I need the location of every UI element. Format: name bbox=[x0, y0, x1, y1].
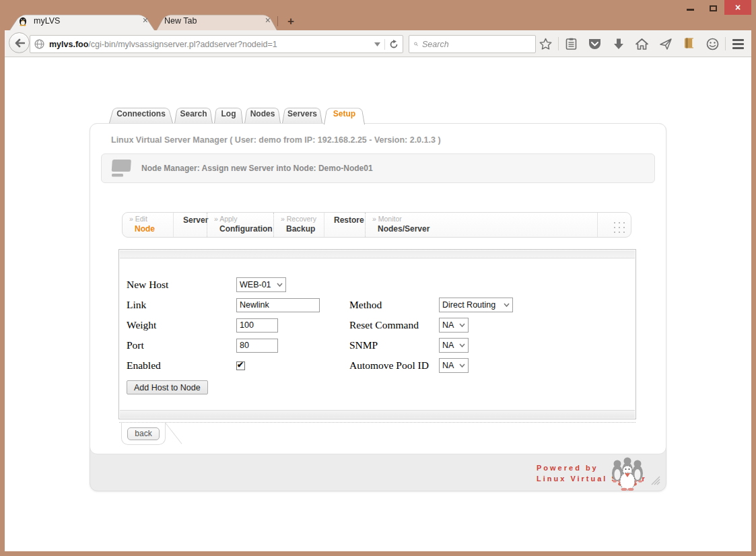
automove-pool-id-select[interactable]: NA bbox=[439, 358, 469, 373]
drag-handle-icon[interactable] bbox=[614, 222, 625, 233]
link-label: Link bbox=[127, 299, 236, 311]
toolbar-item-node[interactable]: Node bbox=[129, 223, 166, 235]
back-nav-button[interactable] bbox=[9, 32, 30, 53]
new-tab-button[interactable]: + bbox=[283, 14, 299, 29]
browser-tab-newtab[interactable]: New Tab × bbox=[156, 11, 277, 30]
monitor-icon bbox=[110, 159, 133, 178]
minimize-button[interactable] bbox=[679, 0, 701, 15]
toolbar-separator bbox=[725, 37, 726, 50]
select-value: WEB-01 bbox=[240, 280, 273, 289]
resize-handle-icon[interactable] bbox=[648, 473, 661, 486]
maximize-icon bbox=[710, 5, 717, 11]
group-label: » Edit bbox=[129, 215, 166, 223]
maximize-button[interactable] bbox=[701, 0, 724, 15]
tab-connections[interactable]: Connections bbox=[109, 105, 173, 123]
enabled-checkbox[interactable]: ✔ bbox=[236, 361, 245, 370]
link-input[interactable] bbox=[236, 298, 320, 312]
tab-nodes[interactable]: Nodes bbox=[244, 105, 281, 123]
method-select[interactable]: Direct Routing bbox=[439, 298, 513, 312]
url-bar[interactable]: mylvs.foo/cgi-bin/mylvsassignserver.pl?a… bbox=[30, 35, 403, 53]
add-host-to-node-button[interactable]: Add Host to Node bbox=[127, 380, 208, 394]
form-row-weight-reset: Weight Reset Command NA bbox=[127, 315, 513, 335]
new-host-select[interactable]: WEB-01 bbox=[236, 277, 286, 292]
back-button[interactable]: back bbox=[127, 427, 159, 440]
toolbar-icons bbox=[534, 30, 750, 57]
hamburger-icon bbox=[732, 39, 744, 49]
url-domain: mylvs.foo bbox=[49, 40, 88, 49]
tab-label: Nodes bbox=[244, 105, 281, 123]
tab-setup[interactable]: Setup bbox=[324, 105, 365, 125]
form-row-new-host: New Host WEB-01 bbox=[127, 275, 513, 295]
url-dropdown-icon[interactable] bbox=[374, 42, 380, 46]
form-row-enabled-automove: Enabled ✔ Automove Pool ID NA bbox=[127, 355, 513, 376]
navigation-toolbar: mylvs.foo/cgi-bin/mylvsassignserver.pl?a… bbox=[5, 30, 751, 57]
pocket-button[interactable] bbox=[583, 30, 607, 57]
toolbar-item-configuration[interactable]: Configuration bbox=[214, 223, 267, 235]
dotted-divider bbox=[119, 422, 635, 423]
url-separator bbox=[384, 39, 385, 50]
page-title: Linux Virtual Server Manager ( User: dem… bbox=[111, 135, 441, 145]
toolbar-cell-server: Server bbox=[173, 213, 207, 237]
tab-label: Servers bbox=[282, 105, 322, 123]
weight-label: Weight bbox=[127, 319, 236, 331]
chevron-down-icon bbox=[459, 363, 465, 368]
tab-close-icon[interactable]: × bbox=[143, 15, 148, 26]
snmp-label: SNMP bbox=[349, 339, 439, 351]
search-input[interactable] bbox=[422, 40, 530, 49]
toolbar-item-backup[interactable]: Backup bbox=[281, 223, 317, 235]
snmp-select[interactable]: NA bbox=[439, 338, 469, 353]
bookmarks-list-button[interactable] bbox=[559, 30, 583, 57]
tab-label: Setup bbox=[324, 105, 365, 123]
port-label: Port bbox=[127, 339, 236, 351]
downloads-button[interactable] bbox=[607, 30, 630, 57]
chevron-down-icon bbox=[459, 323, 465, 327]
form-row-link-method: Link Method Direct Routing bbox=[127, 295, 513, 315]
new-host-label: New Host bbox=[127, 279, 236, 291]
tab-close-icon[interactable]: × bbox=[265, 15, 271, 26]
bookmark-star-button[interactable] bbox=[534, 30, 557, 57]
enabled-label: Enabled bbox=[127, 359, 236, 372]
menu-button[interactable] bbox=[726, 30, 750, 57]
search-icon bbox=[414, 40, 418, 48]
select-value: Direct Routing bbox=[442, 300, 500, 310]
chevron-down-icon bbox=[459, 343, 465, 347]
browser-tab-mylvs[interactable]: myLVS × bbox=[9, 11, 155, 30]
group-label: » Recovery bbox=[281, 215, 317, 223]
share-button[interactable] bbox=[654, 30, 677, 57]
form-row-port-snmp: Port SNMP NA bbox=[127, 335, 513, 355]
download-icon bbox=[613, 38, 624, 50]
checkmark-icon: ✔ bbox=[237, 360, 244, 370]
tab-search[interactable]: Search bbox=[174, 105, 213, 123]
toolbar-cell-backup: » Recovery Backup bbox=[273, 213, 324, 237]
browser-tab-inner: New Tab × bbox=[156, 11, 277, 30]
tab-servers[interactable]: Servers bbox=[282, 105, 322, 123]
pocket-icon bbox=[588, 38, 601, 50]
toolbar-spacer bbox=[445, 213, 597, 237]
form-top-strip bbox=[120, 250, 635, 258]
toolbar-item-restore[interactable]: Restore bbox=[331, 215, 358, 226]
toolbar-item-nodes-server[interactable]: Nodes/Server bbox=[372, 223, 438, 235]
tab-log[interactable]: Log bbox=[214, 105, 243, 123]
toolbar-separator bbox=[558, 37, 559, 50]
reset-command-select[interactable]: NA bbox=[439, 318, 469, 333]
reset-command-label: Reset Command bbox=[349, 319, 439, 331]
node-manager-title: Node Manager: Assign new Server into Nod… bbox=[141, 164, 373, 173]
action-toolbar: » Edit Node Server » Apply Configuration… bbox=[122, 212, 631, 238]
globe-icon bbox=[34, 39, 44, 49]
assign-server-form: New Host WEB-01 Link Method Direct Routi… bbox=[127, 275, 513, 394]
select-value: NA bbox=[442, 341, 455, 350]
tab-label: Search bbox=[174, 105, 213, 123]
url-path: /cgi-bin/mylvsassignserver.pl?addserver?… bbox=[88, 40, 277, 49]
port-input[interactable] bbox=[236, 339, 278, 353]
url-actions bbox=[374, 39, 399, 50]
reload-icon[interactable] bbox=[389, 40, 399, 49]
hello-button[interactable] bbox=[701, 30, 724, 57]
weight-input[interactable] bbox=[236, 318, 278, 333]
toolbar-item-server[interactable]: Server bbox=[180, 215, 200, 226]
tab-label: Log bbox=[214, 105, 243, 123]
home-button[interactable] bbox=[630, 30, 654, 57]
chevron-down-icon bbox=[277, 283, 283, 287]
toolbar-handle-section bbox=[597, 213, 631, 237]
close-button[interactable]: × bbox=[724, 0, 751, 15]
sidebar-book-button[interactable] bbox=[677, 30, 701, 57]
